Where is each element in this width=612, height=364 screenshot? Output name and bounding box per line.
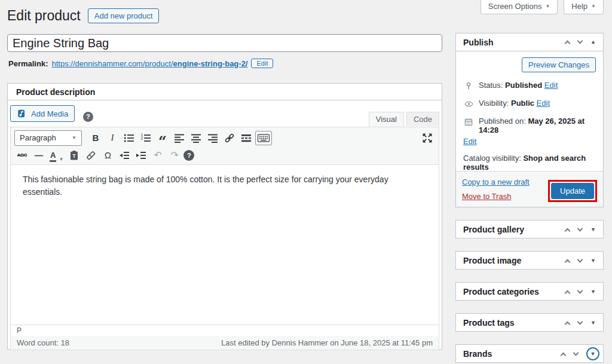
expand-panel-icon[interactable]: ▼ [590, 289, 596, 295]
chevron-down-icon: ▼ [59, 157, 63, 162]
align-center-button[interactable] [188, 131, 204, 145]
calendar-icon [463, 117, 474, 127]
toolbar-toggle-button[interactable] [255, 131, 272, 145]
align-right-button[interactable] [205, 131, 221, 145]
permalink-prefix: https://dennishammer.com/product/ [51, 59, 173, 68]
bulleted-list-icon [123, 132, 135, 144]
read-more-button[interactable] [238, 131, 254, 145]
align-left-button[interactable] [172, 131, 187, 145]
product-description-panel: Product description Add Media ? Visual C… [7, 83, 442, 350]
move-down-icon[interactable] [577, 38, 583, 44]
horizontal-rule-button[interactable]: — [31, 148, 47, 163]
product-description-title: Product description [16, 87, 95, 97]
editor-toolbar: Paragraph ▼ B I 1 [11, 127, 439, 164]
product-categories-title: Product categories [463, 287, 539, 296]
move-down-icon[interactable] [573, 350, 579, 356]
brands-header[interactable]: Brands ▼ [456, 345, 603, 363]
add-media-button[interactable]: Add Media [10, 105, 75, 122]
move-up-icon[interactable] [565, 228, 571, 234]
edit-visibility-link[interactable]: Edit [537, 99, 550, 108]
product-description-text: This fashionable string bag is made of 1… [23, 173, 427, 198]
edit-permalink-button[interactable]: Edit [251, 59, 273, 68]
preview-changes-button[interactable]: Preview Changes [522, 57, 596, 72]
permalink-link[interactable]: https://dennishammer.com/product/engine-… [51, 59, 247, 68]
move-down-icon[interactable] [577, 319, 583, 325]
tab-visual[interactable]: Visual [369, 112, 404, 127]
editor-mode-tabs: Visual Code [369, 112, 439, 127]
permalink-slug: engine-string-bag-2/ [173, 59, 248, 68]
edit-status-link[interactable]: Edit [544, 81, 558, 90]
product-gallery-title: Product gallery [463, 225, 524, 234]
read-more-icon [240, 132, 252, 144]
move-down-icon[interactable] [577, 225, 583, 231]
move-to-trash-link[interactable]: Move to Trash [462, 192, 530, 201]
expand-panel-icon[interactable]: ▼ [590, 320, 596, 326]
collapse-panel-icon[interactable]: ▲ [590, 39, 596, 45]
add-new-product-button[interactable]: Add new product [88, 8, 160, 23]
edit-published-on-link[interactable]: Edit [463, 137, 596, 146]
strikethrough-button[interactable]: ABC [14, 148, 30, 163]
product-title-input[interactable] [7, 34, 442, 52]
move-up-icon[interactable] [565, 259, 571, 265]
product-gallery-header[interactable]: Product gallery ▼ [456, 221, 603, 238]
publish-header[interactable]: Publish ▲ [456, 33, 603, 51]
product-image-header[interactable]: Product image ▼ [456, 252, 603, 270]
expand-panel-icon[interactable]: ▼ [590, 258, 596, 264]
editor-help-icon[interactable]: ? [83, 112, 93, 122]
product-categories-header[interactable]: Product categories ▼ [456, 283, 603, 301]
published-on-row: Published on: May 26, 2025 at 14:28 [463, 117, 596, 134]
move-up-icon[interactable] [565, 290, 571, 296]
redo-button[interactable]: ↷ [167, 148, 182, 163]
catalog-visibility-row: Catalog visibility: Shop and search resu… [463, 154, 596, 172]
align-left-icon [173, 132, 185, 144]
fullscreen-button[interactable] [420, 131, 435, 145]
editor-content-area[interactable]: This fashionable string bag is made of 1… [11, 164, 439, 325]
paste-as-text-button[interactable]: T [66, 148, 82, 163]
blockquote-button[interactable]: “ [155, 131, 170, 145]
move-up-icon[interactable] [561, 352, 567, 358]
screen-options-button[interactable]: Screen Options ▼ [481, 0, 558, 14]
move-up-icon[interactable] [565, 321, 571, 327]
keyboard-shortcuts-help-button[interactable]: ? [183, 150, 194, 161]
copy-to-new-draft-link[interactable]: Copy to a new draft [462, 178, 530, 186]
status-row: Status: Published Edit [463, 81, 596, 91]
outdent-button[interactable] [117, 148, 132, 163]
tab-code[interactable]: Code [406, 112, 439, 126]
product-description-header[interactable]: Product description [8, 84, 442, 100]
editor-status-bar: Word count: 18 Last edited by Dennis Ham… [10, 336, 439, 350]
screen-meta-links: Screen Options ▼ Help ▼ [481, 0, 604, 14]
move-down-icon[interactable] [577, 256, 583, 262]
paragraph-dropdown[interactable]: Paragraph ▼ [14, 130, 82, 146]
brands-panel: Brands ▼ [455, 344, 604, 363]
expand-panel-icon[interactable]: ▼ [590, 351, 596, 357]
update-button[interactable]: Update [551, 183, 594, 199]
insert-link-button[interactable] [222, 131, 237, 145]
publish-title: Publish [463, 38, 494, 47]
italic-button[interactable]: I [105, 131, 120, 145]
edit-product-page: Screen Options ▼ Help ▼ Edit product Add… [0, 0, 612, 364]
move-up-icon[interactable] [565, 41, 571, 47]
chevron-down-icon: ▼ [591, 4, 596, 9]
add-media-label: Add Media [31, 109, 68, 118]
brands-title: Brands [463, 349, 492, 359]
help-button[interactable]: Help ▼ [564, 0, 604, 14]
expand-panel-icon[interactable]: ▼ [590, 227, 596, 233]
product-tags-header[interactable]: Product tags ▼ [456, 314, 603, 332]
special-character-button[interactable]: Ω [100, 148, 115, 163]
product-tags-panel: Product tags ▼ [455, 313, 604, 332]
clear-formatting-button[interactable] [83, 148, 99, 163]
bold-button[interactable]: B [88, 131, 103, 145]
bulleted-list-button[interactable] [121, 131, 137, 145]
move-down-icon[interactable] [577, 287, 583, 293]
undo-button[interactable]: ↶ [150, 148, 166, 163]
editor-element-path[interactable]: P [11, 325, 439, 336]
indent-button[interactable] [133, 148, 149, 163]
permalink-label: Permalink: [8, 59, 48, 68]
product-gallery-panel: Product gallery ▼ [455, 220, 604, 238]
svg-text:T: T [73, 153, 76, 159]
chevron-down-icon: ▼ [72, 135, 76, 140]
publishing-actions: Copy to a new draft Move to Trash Update [456, 171, 603, 207]
numbered-list-button[interactable]: 1 2 [138, 131, 154, 145]
clipboard-icon: T [68, 149, 80, 161]
text-color-button[interactable]: A ▼ [48, 148, 65, 163]
